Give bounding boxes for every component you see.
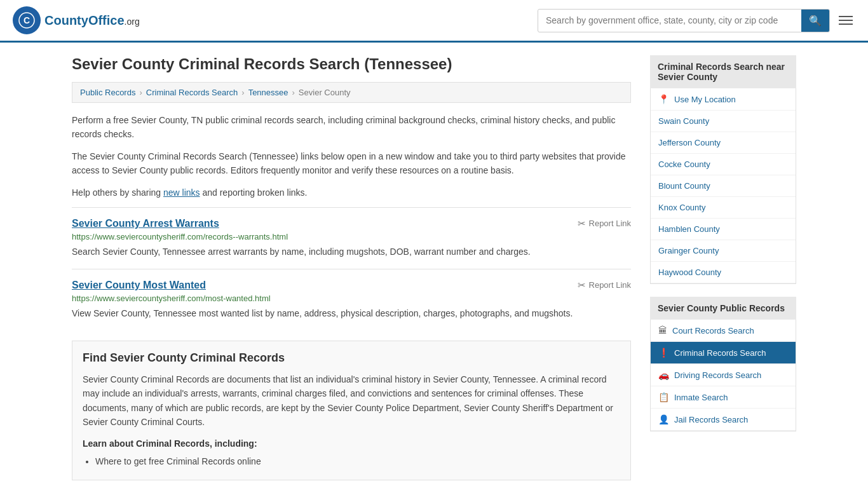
report-link-1[interactable]: ✂ Report Link <box>578 218 631 229</box>
sidebar-grainger-county[interactable]: Grainger County <box>651 240 796 262</box>
link-card-2-header: Sevier County Most Wanted ✂ Report Link <box>72 280 631 291</box>
jefferson-county-link[interactable]: Jefferson County <box>658 138 721 147</box>
main-container: Sevier County Criminal Records Search (T… <box>59 43 809 488</box>
sidebar-jail-records[interactable]: 👤 Jail Records Search <box>651 409 796 431</box>
menu-icon[interactable] <box>836 13 855 27</box>
site-header: C CountyOffice.org 🔍 <box>0 0 868 43</box>
sidebar-inmate-search[interactable]: 📋 Inmate Search <box>651 386 796 409</box>
search-button[interactable]: 🔍 <box>801 10 829 32</box>
link-card-1-desc: Search Sevier County, Tennessee arrest w… <box>72 245 631 259</box>
sidebar-hamblen-county[interactable]: Hamblen County <box>651 219 796 240</box>
sidebar-knox-county[interactable]: Knox County <box>651 197 796 219</box>
hamblen-county-link[interactable]: Hamblen County <box>658 224 720 234</box>
breadcrumb-sevier-county: Sevier County <box>299 88 351 97</box>
jail-records-link[interactable]: Jail Records Search <box>674 415 748 424</box>
scissors-icon-2: ✂ <box>578 280 586 291</box>
learn-list: Where to get free Criminal Records onlin… <box>83 454 620 470</box>
sidebar-blount-county[interactable]: Blount County <box>651 175 796 197</box>
link-card-1-title[interactable]: Sevier County Arrest Warrants <box>72 218 219 229</box>
sidebar-cocke-county[interactable]: Cocke County <box>651 154 796 175</box>
find-section: Find Sevier County Criminal Records Sevi… <box>72 341 631 480</box>
link-card-2-desc: View Sevier County, Tennessee most wante… <box>72 307 631 320</box>
haywood-county-link[interactable]: Haywood County <box>658 268 721 277</box>
scissors-icon-1: ✂ <box>578 218 586 229</box>
cocke-county-link[interactable]: Cocke County <box>658 159 710 169</box>
breadcrumb: Public Records › Criminal Records Search… <box>72 82 631 103</box>
find-section-desc: Sevier County Criminal Records are docum… <box>83 372 620 430</box>
search-bar: 🔍 <box>538 9 830 32</box>
logo-icon: C <box>13 6 41 34</box>
criminal-records-icon: ❗ <box>658 348 669 358</box>
sidebar-use-location[interactable]: 📍 Use My Location <box>651 88 796 111</box>
grainger-county-link[interactable]: Grainger County <box>658 246 719 255</box>
location-pin-icon: 📍 <box>658 94 669 104</box>
sidebar-nearby-title: Criminal Records Search near Sevier Coun… <box>650 55 796 88</box>
sidebar-public-records-title: Sevier County Public Records <box>650 297 796 320</box>
description-para1: Perform a free Sevier County, TN public … <box>72 113 631 142</box>
sidebar-court-records[interactable]: 🏛 Court Records Search <box>651 320 796 342</box>
link-card-2-title[interactable]: Sevier County Most Wanted <box>72 280 206 291</box>
learn-list-item-1: Where to get free Criminal Records onlin… <box>95 454 620 470</box>
sidebar-public-records-links: 🏛 Court Records Search ❗ Criminal Record… <box>650 320 796 431</box>
court-records-link[interactable]: Court Records Search <box>672 326 754 336</box>
svg-text:C: C <box>24 15 30 25</box>
sidebar-nearby-section: Criminal Records Search near Sevier Coun… <box>650 55 796 284</box>
jail-records-icon: 👤 <box>658 414 669 424</box>
sidebar-haywood-county[interactable]: Haywood County <box>651 262 796 283</box>
court-records-icon: 🏛 <box>658 325 667 336</box>
sidebar-swain-county[interactable]: Swain County <box>651 111 796 132</box>
link-card-1-header: Sevier County Arrest Warrants ✂ Report L… <box>72 218 631 229</box>
blount-county-link[interactable]: Blount County <box>658 181 710 191</box>
driving-records-link[interactable]: Driving Records Search <box>674 370 761 380</box>
logo-area[interactable]: C CountyOffice.org <box>13 6 140 34</box>
header-right: 🔍 <box>538 9 855 32</box>
new-links-link[interactable]: new links <box>163 187 200 198</box>
breadcrumb-criminal-records-search[interactable]: Criminal Records Search <box>146 88 238 97</box>
breadcrumb-public-records[interactable]: Public Records <box>80 88 135 97</box>
link-card-1: Sevier County Arrest Warrants ✂ Report L… <box>72 207 631 266</box>
link-card-1-url[interactable]: https://www.seviercountysheriff.com/reco… <box>72 232 631 241</box>
sidebar-public-records-section: Sevier County Public Records 🏛 Court Rec… <box>650 297 796 431</box>
description-para2: The Sevier County Criminal Records Searc… <box>72 149 631 178</box>
content-area: Sevier County Criminal Records Search (T… <box>72 55 631 480</box>
sidebar-jefferson-county[interactable]: Jefferson County <box>651 132 796 154</box>
link-card-2: Sevier County Most Wanted ✂ Report Link … <box>72 269 631 328</box>
logo-text: CountyOffice.org <box>44 13 140 28</box>
find-section-title: Find Sevier County Criminal Records <box>83 351 620 365</box>
driving-records-icon: 🚗 <box>658 370 669 380</box>
description-para3: Help others by sharing new links and rep… <box>72 186 631 200</box>
sidebar-nearby-links: 📍 Use My Location Swain County Jefferson… <box>650 88 796 284</box>
sidebar-driving-records[interactable]: 🚗 Driving Records Search <box>651 364 796 386</box>
link-card-2-url[interactable]: https://www.seviercountysheriff.com/most… <box>72 294 631 303</box>
use-location-link[interactable]: Use My Location <box>674 95 736 104</box>
sidebar: Criminal Records Search near Sevier Coun… <box>650 55 796 480</box>
page-title: Sevier County Criminal Records Search (T… <box>72 55 631 73</box>
report-link-2-label: Report Link <box>589 280 631 290</box>
inmate-search-icon: 📋 <box>658 392 669 402</box>
criminal-records-label: Criminal Records Search <box>674 348 766 358</box>
report-link-1-label: Report Link <box>589 219 631 228</box>
report-link-2[interactable]: ✂ Report Link <box>578 280 631 291</box>
swain-county-link[interactable]: Swain County <box>658 116 709 126</box>
knox-county-link[interactable]: Knox County <box>658 203 705 212</box>
inmate-search-link[interactable]: Inmate Search <box>674 393 728 402</box>
search-input[interactable] <box>538 10 801 30</box>
learn-title: Learn about Criminal Records, including: <box>83 438 620 449</box>
breadcrumb-tennessee[interactable]: Tennessee <box>248 88 288 97</box>
sidebar-criminal-records[interactable]: ❗ Criminal Records Search <box>651 342 796 364</box>
